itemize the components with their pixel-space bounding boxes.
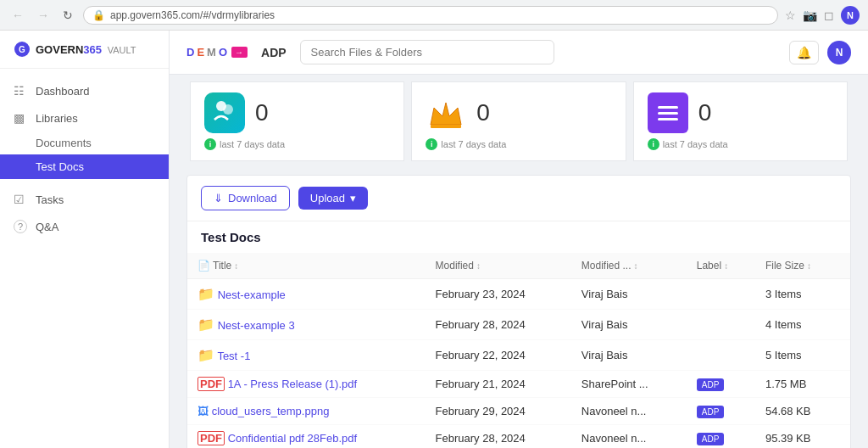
sort-arrow-modified-by: ↕ [634,261,638,271]
browser-actions: ☆ 📷 ◻ N [785,6,860,25]
file-tbody: 📁 Nest-example February 23, 2024 Viraj B… [187,279,850,449]
th-modified-by[interactable]: Modified ... ↕ [571,253,687,279]
th-title-text: Title [213,260,231,272]
label-badge: ADP [697,406,725,418]
cell-filesize: 95.39 KB [755,425,850,449]
sidebar-item-dashboard[interactable]: ☷ Dashboard [0,77,169,104]
file-area: ⇓ Download Upload ▾ Test Docs [186,175,851,448]
file-name[interactable]: cloud_users_temp.ppng [212,405,330,417]
th-label[interactable]: Label ↕ [687,253,755,279]
file-name[interactable]: Nest-example 3 [218,319,295,332]
sidebar: G GOVERN365 VAULT ☷ Dashboard ▩ Librarie… [0,31,170,448]
stat-card-inner-2: 0 [426,92,611,133]
right-panel: D E M O → ADP 🔔 N [170,31,868,448]
cell-modified: February 23, 2024 [426,279,571,310]
sidebar-nav: ☷ Dashboard ▩ Libraries Documents Test D… [0,69,169,448]
qa-label: Q&A [36,221,58,233]
sort-filesize[interactable]: File Size ↕ [765,260,811,272]
table-row: PDF 1A - Press Release (1).pdf February … [187,371,850,398]
info-icon-2: i [426,138,437,150]
cell-modified-by: SharePoint ... [571,371,687,398]
cell-modified: February 22, 2024 [426,340,571,371]
folder-icon: 📁 [198,287,214,301]
cell-title: 📁 Nest-example 3 [187,310,426,340]
sort-arrow-modified: ↕ [476,261,481,271]
label-badge: ADP [697,378,725,391]
upload-button[interactable]: Upload ▾ [298,187,368,210]
forward-button[interactable]: → [34,7,53,24]
file-name[interactable]: Confidential pdf 28Feb.pdf [228,432,358,445]
top-bar: D E M O → ADP 🔔 N [170,31,868,75]
sidebar-item-documents[interactable]: Documents [0,132,169,154]
stat-footer-text-1: last 7 days data [220,139,285,149]
back-button[interactable]: ← [8,7,27,24]
stat-card-1: 0 i last 7 days data [190,81,404,161]
cell-filesize: 4 Items [755,310,850,340]
reload-button[interactable]: ↻ [59,7,76,24]
gov-text: GOVERN [36,43,83,56]
search-input[interactable] [300,40,554,64]
th-modified-by-text: Modified ... [581,260,632,272]
user-avatar-top[interactable]: N [827,41,851,64]
folder-icon: 📁 [198,348,214,362]
tasks-label: Tasks [36,193,64,206]
notifications-button[interactable]: 🔔 [789,41,819,64]
svg-text:G: G [19,45,25,54]
sort-arrow-filesize: ↕ [807,261,811,271]
file-table: 📄 Title ↕ Modified ↕ [187,253,850,448]
th-filesize[interactable]: File Size ↕ [755,253,850,279]
cell-filesize: 1.75 MB [755,371,850,398]
sort-modified-by[interactable]: Modified ... ↕ [581,260,638,272]
stat-card-2: 0 i last 7 days data [411,81,626,161]
365-text: 365 [83,43,102,56]
stat-card-3: 0 i last 7 days data [633,81,848,161]
sort-arrow-title: ↕ [234,261,238,271]
cell-label: ADP [687,398,755,425]
sidebar-item-qa[interactable]: ? Q&A [0,213,169,240]
cell-filesize: 5 Items [755,340,850,371]
sort-title[interactable]: 📄 Title ↕ [198,260,238,272]
info-icon-1: i [204,138,216,150]
cell-filesize: 3 Items [755,279,850,310]
browser-chrome: ← → ↻ 🔒 app.govern365.com/#/vdrmylibrari… [0,0,868,31]
table-row: PDF Confidential pdf 28Feb.pdf February … [187,425,850,449]
svg-point-3 [223,104,233,115]
address-bar[interactable]: 🔒 app.govern365.com/#/vdrmylibraries [83,6,778,25]
demo-badge: D E M O → [186,46,248,59]
stat-icon-3 [648,92,688,133]
th-filesize-text: File Size [765,260,804,272]
download-icon: ⇓ [214,192,223,204]
stat-footer-text-2: last 7 days data [441,139,506,149]
sidebar-item-testdocs[interactable]: Test Docs [0,154,169,179]
file-name[interactable]: Nest-example [218,288,286,301]
main-content: 0 i last 7 days data [170,75,868,448]
file-name[interactable]: Test -1 [217,350,250,362]
h-line-1 [658,106,678,109]
stat-icon-2 [426,92,466,133]
th-title[interactable]: 📄 Title ↕ [187,253,426,279]
sidebar-item-tasks[interactable]: ☑ Tasks [0,186,169,213]
pdf-icon: PDF [198,377,225,391]
org-name: ADP [261,46,287,59]
star-icon[interactable]: ☆ [785,8,796,22]
file-name[interactable]: 1A - Press Release (1).pdf [228,378,357,390]
cell-filesize: 54.68 KB [755,398,850,425]
stat-footer-2: i last 7 days data [426,138,611,150]
dashboard-icon: ☷ [14,84,27,98]
download-button[interactable]: ⇓ Download [201,186,290,210]
stat-footer-1: i last 7 days data [204,138,390,150]
section-title: Test Docs [187,221,850,253]
th-modified[interactable]: Modified ↕ [426,253,571,279]
e-letter: E [197,46,205,59]
documents-label: Documents [36,137,92,149]
extension-icon[interactable]: ◻ [824,8,834,22]
d-letter: D [186,46,195,59]
sort-modified[interactable]: Modified ↕ [436,260,481,272]
cell-modified: February 29, 2024 [426,398,571,425]
upload-label: Upload [310,192,345,204]
user-avatar[interactable]: N [841,6,860,25]
sidebar-item-libraries[interactable]: ▩ Libraries [0,104,169,132]
screenshot-icon[interactable]: 📷 [803,8,817,22]
sort-label[interactable]: Label ↕ [697,260,728,272]
stat-footer-text-3: last 7 days data [663,139,728,149]
